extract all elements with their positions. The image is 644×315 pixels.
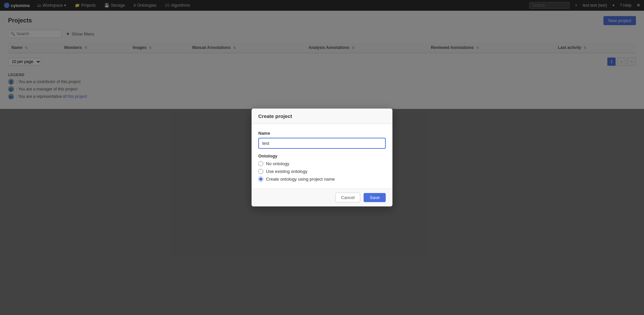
radio-no-ontology[interactable]: No ontology bbox=[258, 161, 386, 166]
cancel-button[interactable]: Cancel bbox=[335, 193, 360, 202]
radio-use-existing-input[interactable] bbox=[258, 169, 263, 174]
modal-overlay[interactable]: Create project Name Ontology No ontology… bbox=[0, 0, 644, 315]
radio-use-existing[interactable]: Use existing ontology bbox=[258, 169, 386, 174]
modal-header: Create project bbox=[252, 109, 392, 124]
save-button[interactable]: Save bbox=[364, 193, 386, 202]
radio-create-ontology[interactable]: Create ontology using project name bbox=[258, 177, 386, 182]
radio-no-ontology-label: No ontology bbox=[266, 161, 289, 166]
create-project-modal: Create project Name Ontology No ontology… bbox=[252, 109, 392, 206]
radio-use-existing-label: Use existing ontology bbox=[266, 169, 308, 174]
radio-create-ontology-label: Create ontology using project name bbox=[266, 177, 335, 182]
modal-footer: Cancel Save bbox=[252, 188, 392, 206]
project-name-input[interactable] bbox=[258, 138, 386, 149]
ontology-section-label: Ontology bbox=[258, 153, 386, 159]
modal-title: Create project bbox=[258, 113, 292, 119]
radio-no-ontology-input[interactable] bbox=[258, 161, 263, 166]
name-field-label: Name bbox=[258, 131, 386, 136]
modal-body: Name Ontology No ontology Use existing o… bbox=[252, 124, 392, 188]
radio-create-ontology-input[interactable] bbox=[258, 177, 263, 182]
main-background: Projects New project 🔍 ▼ Show filters Na… bbox=[0, 11, 644, 315]
